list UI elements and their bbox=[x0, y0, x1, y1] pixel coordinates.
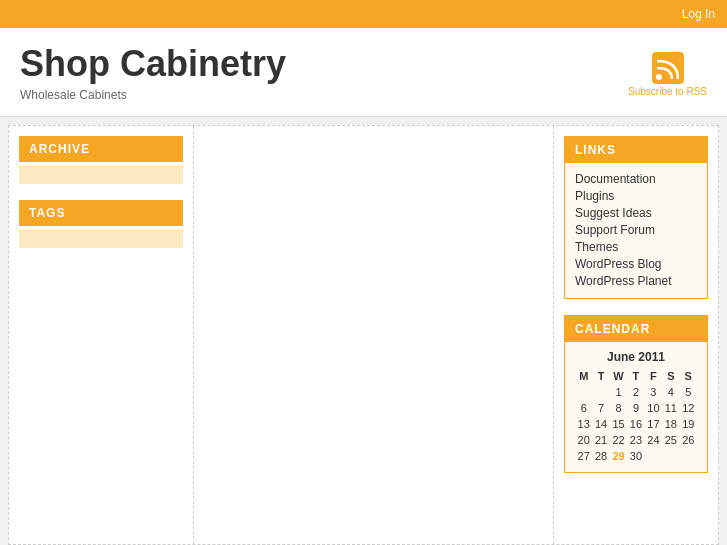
archive-widget: ARCHIVE bbox=[19, 136, 183, 184]
calendar-day-cell: 23 bbox=[627, 432, 644, 448]
list-item: Documentation bbox=[575, 171, 697, 186]
tags-content bbox=[19, 230, 183, 248]
calendar-day-cell: 20 bbox=[575, 432, 592, 448]
calendar-title: CALENDAR bbox=[565, 316, 707, 342]
archive-content bbox=[19, 166, 183, 184]
calendar-day-cell: 2 bbox=[627, 384, 644, 400]
link-item[interactable]: WordPress Blog bbox=[575, 257, 661, 271]
list-item: WordPress Blog bbox=[575, 256, 697, 271]
link-item[interactable]: Plugins bbox=[575, 189, 614, 203]
calendar-day-cell: 16 bbox=[627, 416, 644, 432]
calendar-day-cell bbox=[662, 448, 679, 464]
rss-label: Subscribe to RSS bbox=[628, 86, 707, 97]
tags-title: TAGS bbox=[19, 200, 183, 226]
calendar-day-cell bbox=[575, 384, 592, 400]
calendar-day-cell: 13 bbox=[575, 416, 592, 432]
links-list: DocumentationPluginsSuggest IdeasSupport… bbox=[575, 171, 697, 288]
link-item[interactable]: Suggest Ideas bbox=[575, 206, 652, 220]
calendar-day-cell: 11 bbox=[662, 400, 679, 416]
main-wrapper: ARCHIVE TAGS LINKS DocumentationPluginsS… bbox=[8, 125, 719, 545]
list-item: Themes bbox=[575, 239, 697, 254]
calendar-day-cell bbox=[645, 448, 662, 464]
rss-icon bbox=[652, 52, 684, 84]
calendar-day-cell: 4 bbox=[662, 384, 679, 400]
calendar-header-cell: T bbox=[592, 368, 609, 384]
links-widget: LINKS DocumentationPluginsSuggest IdeasS… bbox=[564, 136, 708, 299]
calendar-day-cell: 22 bbox=[610, 432, 627, 448]
calendar-day-cell: 5 bbox=[680, 384, 697, 400]
header: Shop Cabinetry Wholesale Cabinets Subscr… bbox=[0, 28, 727, 117]
calendar-table: MTWTFSS 12345678910111213141516171819202… bbox=[575, 368, 697, 464]
link-item[interactable]: WordPress Planet bbox=[575, 274, 672, 288]
calendar-month: June 2011 bbox=[575, 350, 697, 364]
svg-point-1 bbox=[656, 74, 662, 80]
links-content: DocumentationPluginsSuggest IdeasSupport… bbox=[565, 163, 707, 298]
calendar-day-cell: 19 bbox=[680, 416, 697, 432]
calendar-header-cell: F bbox=[645, 368, 662, 384]
calendar-header-cell: S bbox=[662, 368, 679, 384]
calendar-day-cell: 21 bbox=[592, 432, 609, 448]
top-bar: Log In bbox=[0, 0, 727, 28]
list-item: Support Forum bbox=[575, 222, 697, 237]
calendar-day-cell: 17 bbox=[645, 416, 662, 432]
link-item[interactable]: Themes bbox=[575, 240, 618, 254]
list-item: Suggest Ideas bbox=[575, 205, 697, 220]
link-item[interactable]: Documentation bbox=[575, 172, 656, 186]
archive-title: ARCHIVE bbox=[19, 136, 183, 162]
calendar-day-cell: 12 bbox=[680, 400, 697, 416]
calendar-day-cell bbox=[592, 384, 609, 400]
site-tagline: Wholesale Cabinets bbox=[20, 88, 286, 102]
calendar-day-cell: 27 bbox=[575, 448, 592, 464]
calendar-header-cell: W bbox=[610, 368, 627, 384]
list-item: Plugins bbox=[575, 188, 697, 203]
content-area bbox=[194, 126, 553, 544]
calendar-day-cell: 29 bbox=[610, 448, 627, 464]
calendar-day-cell: 25 bbox=[662, 432, 679, 448]
links-title: LINKS bbox=[565, 137, 707, 163]
calendar-header-cell: T bbox=[627, 368, 644, 384]
list-item: WordPress Planet bbox=[575, 273, 697, 288]
header-left: Shop Cabinetry Wholesale Cabinets bbox=[20, 44, 286, 102]
right-sidebar: LINKS DocumentationPluginsSuggest IdeasS… bbox=[553, 126, 718, 544]
rss-area[interactable]: Subscribe to RSS bbox=[628, 52, 707, 97]
link-item[interactable]: Support Forum bbox=[575, 223, 655, 237]
calendar-day-cell: 6 bbox=[575, 400, 592, 416]
calendar-day-cell: 30 bbox=[627, 448, 644, 464]
calendar-day-cell: 14 bbox=[592, 416, 609, 432]
calendar-day-cell: 15 bbox=[610, 416, 627, 432]
calendar-widget: CALENDAR June 2011 MTWTFSS 1234567891011… bbox=[564, 315, 708, 473]
calendar-day-cell: 26 bbox=[680, 432, 697, 448]
calendar-day-cell: 10 bbox=[645, 400, 662, 416]
calendar-day-cell: 18 bbox=[662, 416, 679, 432]
tags-widget: TAGS bbox=[19, 200, 183, 248]
calendar-day-cell: 28 bbox=[592, 448, 609, 464]
calendar-day-cell: 8 bbox=[610, 400, 627, 416]
calendar-day-cell: 9 bbox=[627, 400, 644, 416]
calendar-day-cell: 24 bbox=[645, 432, 662, 448]
calendar-day-cell: 7 bbox=[592, 400, 609, 416]
calendar-day-cell bbox=[680, 448, 697, 464]
calendar-header-cell: M bbox=[575, 368, 592, 384]
site-title: Shop Cabinetry bbox=[20, 44, 286, 84]
calendar-header-cell: S bbox=[680, 368, 697, 384]
calendar-content: June 2011 MTWTFSS 1234567891011121314151… bbox=[565, 342, 707, 472]
svg-rect-0 bbox=[652, 52, 684, 84]
login-link[interactable]: Log In bbox=[682, 7, 715, 21]
calendar-day-cell: 1 bbox=[610, 384, 627, 400]
left-sidebar: ARCHIVE TAGS bbox=[9, 126, 194, 544]
calendar-day-cell: 3 bbox=[645, 384, 662, 400]
